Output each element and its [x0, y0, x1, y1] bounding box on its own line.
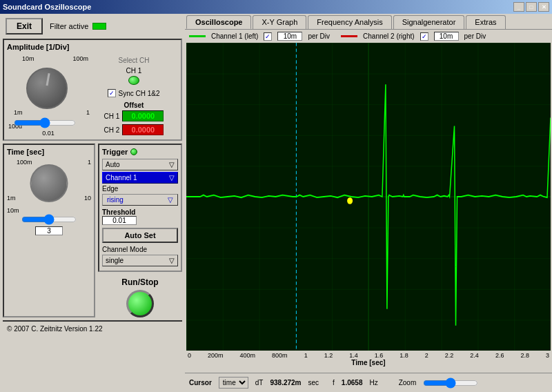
time-slider[interactable] [21, 214, 77, 225]
x-axis-title: Time [sec] [185, 359, 552, 366]
x-label-200m: 200m [208, 352, 224, 359]
ch2-per-div-unit: per Div [464, 32, 486, 40]
ch2-per-div-input[interactable] [434, 32, 459, 41]
tab-signalgenerator[interactable]: Signalgenerator [393, 15, 465, 29]
offset-ch1-input[interactable] [122, 110, 164, 121]
cursor-label: Cursor [189, 379, 212, 386]
time-title: Time [sec] [7, 148, 91, 156]
trigger-edge-value: rising [107, 196, 124, 204]
cursor-bar: Cursor time freq dT 938.272m sec f 1.065… [185, 373, 552, 392]
sync-checkbox[interactable] [108, 89, 116, 97]
amplitude-title: Amplitude [1/Div] [7, 43, 178, 51]
ch1-line-icon [189, 35, 206, 37]
time-label-1m: 1m [7, 195, 16, 202]
x-label-400m: 400m [240, 352, 256, 359]
time-value-input[interactable] [35, 226, 63, 235]
zoom-slider[interactable] [423, 378, 478, 389]
sync-label: Sync CH 1&2 [118, 90, 159, 97]
channel-mode-arrow-icon: ▽ [169, 257, 175, 264]
tabs-bar: Oscilloscope X-Y Graph Frequency Analysi… [185, 14, 552, 30]
amp-label-100m: 100m [72, 55, 88, 62]
x-label-1-8: 1.8 [400, 352, 408, 359]
trigger-channel-dropdown[interactable]: Channel 1 ▽ [102, 172, 178, 184]
tab-extras[interactable]: Extras [466, 15, 505, 29]
x-label-3: 3 [546, 352, 549, 359]
trigger-edge-arrow-icon: ▽ [168, 196, 173, 204]
trigger-edge-dropdown[interactable]: rising ▽ [102, 194, 178, 206]
auto-set-button[interactable]: Auto Set [102, 228, 178, 243]
x-label-2-6: 2.6 [495, 352, 504, 359]
trigger-panel: Trigger Auto ▽ Channel 1 ▽ Edge rising [98, 144, 182, 272]
minimize-button[interactable]: _ [513, 2, 524, 12]
threshold-label: Threshold [102, 208, 178, 216]
x-label-1-6: 1.6 [375, 352, 384, 359]
channel-bar: Channel 1 (left) per Div Channel 2 (righ… [185, 30, 552, 43]
close-button[interactable]: ✕ [538, 2, 549, 12]
trigger-channel-value: Channel 1 [106, 174, 137, 182]
x-label-1-2: 1.2 [324, 352, 333, 359]
x-axis-area: 0 200m 400m 800m 1 1.2 1.4 1.6 1.8 2 2.2… [185, 351, 552, 373]
channel-mode-label: Channel Mode [102, 246, 178, 253]
channel-mode-value: single [106, 257, 124, 264]
f-value: 1.0658 [342, 379, 363, 386]
threshold-input[interactable] [102, 216, 137, 225]
status-bar: © 2007 C. Zeitnitz Version 1.22 [3, 320, 182, 335]
run-stop-label: Run/Stop [121, 277, 158, 287]
f-unit: Hz [369, 379, 377, 386]
trigger-mode-arrow-icon: ▽ [169, 161, 175, 168]
cursor-type-select[interactable]: time freq [219, 377, 248, 389]
dt-value: 938.272m [270, 379, 301, 386]
time-panel: Time [sec] 100m 1 10 10m 1m [3, 144, 95, 317]
ch1-led [128, 76, 139, 85]
amp-label-1m: 1m [14, 109, 23, 116]
amplitude-slider[interactable] [14, 117, 76, 128]
time-knob[interactable] [30, 164, 68, 202]
filter-active-led [92, 23, 106, 30]
offset-ch2-label: CH 2 [104, 126, 120, 134]
run-stop-button[interactable] [126, 290, 154, 317]
ch1-label: CH 1 [126, 67, 142, 75]
oscilloscope-display [186, 43, 551, 351]
x-label-2-4: 2.4 [470, 352, 479, 359]
filter-active-label: Filter active [50, 22, 88, 30]
trigger-title-label: Trigger [102, 148, 128, 156]
trigger-mode-dropdown[interactable]: Auto ▽ [102, 159, 178, 170]
x-label-0: 0 [188, 352, 191, 359]
run-stop-section: Run/Stop [98, 277, 182, 317]
time-label-10: 10 [84, 195, 91, 202]
tab-frequency-analysis[interactable]: Frequency Analysis [308, 15, 391, 29]
ch1-per-div-input[interactable] [277, 32, 302, 41]
ch1-visible-checkbox[interactable] [264, 32, 272, 41]
time-label-1: 1 [88, 159, 91, 166]
amplitude-panel: Amplitude [1/Div] 10m 100m 1 100u 1m [3, 39, 182, 141]
ch2-channel-label: Channel 2 (right) [363, 32, 414, 40]
x-label-800m: 800m [272, 352, 288, 359]
ch2-visible-checkbox[interactable] [420, 32, 428, 41]
maximize-button[interactable]: □ [526, 2, 537, 12]
sync-checkbox-row: Sync CH 1&2 [108, 89, 159, 97]
svg-point-5 [347, 197, 353, 204]
amplitude-knob[interactable] [26, 68, 68, 109]
dt-unit: sec [308, 379, 319, 386]
dt-label: dT [255, 379, 264, 386]
channel-mode-dropdown[interactable]: single ▽ [102, 255, 178, 266]
status-text: © 2007 C. Zeitnitz Version 1.22 [7, 325, 103, 333]
amp-label-10m: 10m [22, 55, 34, 62]
select-ch-label: Select CH [118, 57, 149, 64]
x-label-2-2: 2.2 [445, 352, 454, 359]
offset-ch2-input[interactable] [122, 124, 164, 135]
trigger-channel-arrow-icon: ▽ [169, 174, 175, 182]
tab-oscilloscope[interactable]: Oscilloscope [186, 15, 251, 29]
tab-xy-graph[interactable]: X-Y Graph [253, 15, 306, 29]
trigger-led [130, 148, 137, 155]
time-label-100m: 100m [17, 159, 32, 166]
ch2-line-icon [341, 35, 357, 37]
offset-ch1-label: CH 1 [104, 112, 120, 120]
offset-title: Offset [124, 101, 144, 109]
trigger-mode-value: Auto [106, 161, 120, 168]
edge-label: Edge [102, 185, 178, 193]
x-label-2: 2 [425, 352, 428, 359]
zoom-label: Zoom [399, 379, 417, 386]
f-label: f [333, 379, 335, 386]
exit-button[interactable]: Exit [6, 18, 43, 35]
